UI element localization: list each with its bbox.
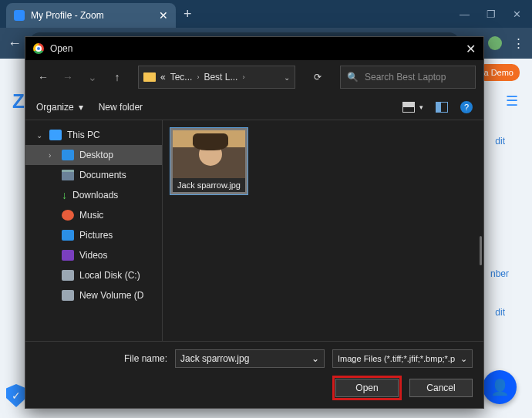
disk-icon — [62, 290, 74, 301]
organize-button[interactable]: Organize ▾ — [36, 102, 83, 113]
edit-link-2[interactable]: dit — [495, 307, 505, 318]
file-open-dialog: Open ✕ ← → ⌄ ↑ « Tec... › Best L... › ⌄ … — [25, 36, 484, 409]
nav-forward-icon: → — [58, 67, 78, 87]
path-seg-1[interactable]: Tec... — [170, 72, 193, 83]
search-icon: 🔍 — [347, 72, 359, 83]
tree-downloads[interactable]: ↓Downloads — [25, 185, 162, 205]
disk-icon — [62, 270, 74, 281]
organize-label: Organize — [36, 102, 74, 113]
tree-documents[interactable]: Documents — [25, 165, 162, 185]
browser-titlebar: My Profile - Zoom ✕ + — ❐ ✕ — [0, 0, 532, 28]
nav-tree: ⌄This PC ›Desktop Documents ↓Downloads M… — [25, 120, 163, 341]
page-menu-icon[interactable]: ☰ — [506, 93, 518, 110]
zoom-favicon — [14, 10, 25, 21]
nav-up-icon[interactable]: ↑ — [107, 67, 127, 87]
preview-pane-icon[interactable] — [436, 102, 448, 113]
dialog-body: ⌄This PC ›Desktop Documents ↓Downloads M… — [25, 120, 483, 341]
chevron-down-icon: ▾ — [79, 102, 83, 113]
chevron-down-icon[interactable]: ⌄ — [284, 73, 290, 82]
path-seg-2[interactable]: Best L... — [204, 72, 237, 83]
tab-title: My Profile - Zoom — [31, 10, 104, 21]
thumbnail-image — [173, 130, 245, 178]
filetype-select[interactable]: Image Files (*.tiff;*.jfif;*.bmp;*.p ⌄ — [332, 349, 473, 368]
chevron-right-icon[interactable]: › — [49, 151, 56, 160]
videos-icon — [62, 250, 74, 261]
browser-back-icon[interactable]: ← — [8, 35, 22, 52]
window-minimize-icon[interactable]: — — [460, 8, 470, 20]
help-fab[interactable]: 👤 — [483, 370, 517, 404]
filetype-value: Image Files (*.tiff;*.jfif;*.bmp;*.p — [338, 354, 455, 363]
music-icon — [62, 210, 74, 221]
documents-icon — [62, 170, 74, 180]
desktop-icon — [62, 150, 74, 160]
help-icon[interactable]: ? — [460, 101, 473, 113]
browser-tab[interactable]: My Profile - Zoom ✕ — [6, 3, 176, 28]
file-name: Jack sparrow.jpg — [173, 178, 245, 192]
nav-back-icon[interactable]: ← — [33, 67, 53, 87]
pictures-icon — [62, 230, 74, 241]
tree-new-volume[interactable]: New Volume (D — [25, 285, 162, 305]
chevron-down-icon[interactable]: ⌄ — [36, 131, 44, 140]
browser-menu-icon[interactable]: ⋮ — [513, 36, 524, 50]
chevron-down-icon[interactable]: ⌄ — [460, 354, 467, 364]
chrome-icon — [33, 43, 44, 54]
search-input[interactable]: 🔍 Search Best Laptop — [340, 66, 476, 89]
folder-icon — [143, 72, 156, 82]
path-prefix: « — [160, 72, 166, 83]
edit-link-1[interactable]: dit — [495, 136, 505, 147]
path-breadcrumb[interactable]: « Tec... › Best L... › ⌄ — [138, 66, 295, 89]
chevron-down-icon: ▾ — [419, 103, 423, 111]
open-button[interactable]: Open — [335, 379, 399, 397]
new-folder-button[interactable]: New folder — [99, 102, 143, 113]
dialog-toolbar: Organize ▾ New folder ▾ ? — [25, 94, 483, 120]
filename-input[interactable]: Jack sparrow.jpg ⌄ — [175, 349, 325, 368]
chevron-down-icon[interactable]: ⌄ — [311, 353, 319, 364]
tree-music[interactable]: Music — [25, 205, 162, 225]
new-folder-label: New folder — [99, 102, 143, 113]
number-link[interactable]: nber — [490, 268, 509, 279]
tree-local-disk[interactable]: Local Disk (C:) — [25, 265, 162, 285]
new-tab-button[interactable]: + — [184, 6, 192, 22]
view-mode-button[interactable]: ▾ — [402, 102, 423, 113]
file-thumbnail[interactable]: Jack sparrow.jpg — [170, 128, 247, 194]
pc-icon — [49, 130, 62, 140]
tab-close-icon[interactable]: ✕ — [159, 9, 168, 22]
file-list[interactable]: Jack sparrow.jpg — [163, 120, 483, 341]
dialog-nav: ← → ⌄ ↑ « Tec... › Best L... › ⌄ ⟳ 🔍 Sea… — [25, 60, 483, 94]
tree-videos[interactable]: Videos — [25, 245, 162, 265]
window-maximize-icon[interactable]: ❐ — [487, 8, 496, 20]
tree-desktop[interactable]: ›Desktop — [25, 145, 162, 165]
dialog-close-icon[interactable]: ✕ — [466, 42, 476, 56]
downloads-icon: ↓ — [62, 190, 67, 201]
chevron-right-icon: › — [242, 73, 244, 81]
filename-label: File name: — [36, 353, 167, 364]
dialog-title: Open — [50, 43, 72, 54]
profile-icon[interactable] — [488, 36, 502, 50]
filename-value: Jack sparrow.jpg — [180, 353, 249, 364]
cancel-button[interactable]: Cancel — [409, 379, 473, 397]
view-icon — [402, 102, 415, 113]
scrollbar-thumb[interactable] — [480, 236, 482, 265]
person-icon: 👤 — [490, 378, 510, 396]
zoom-logo: Z — [12, 89, 24, 113]
dialog-footer: File name: Jack sparrow.jpg ⌄ Image File… — [25, 341, 483, 408]
dialog-titlebar: Open ✕ — [25, 37, 483, 60]
window-close-icon[interactable]: ✕ — [513, 8, 521, 20]
tree-this-pc[interactable]: ⌄This PC — [25, 125, 162, 145]
nav-recent-icon[interactable]: ⌄ — [82, 67, 103, 87]
search-placeholder: Search Best Laptop — [365, 72, 446, 83]
refresh-icon[interactable]: ⟳ — [306, 66, 329, 89]
window-controls: — ❐ ✕ — [460, 8, 532, 20]
chevron-right-icon: › — [197, 73, 199, 81]
tree-pictures[interactable]: Pictures — [25, 225, 162, 245]
